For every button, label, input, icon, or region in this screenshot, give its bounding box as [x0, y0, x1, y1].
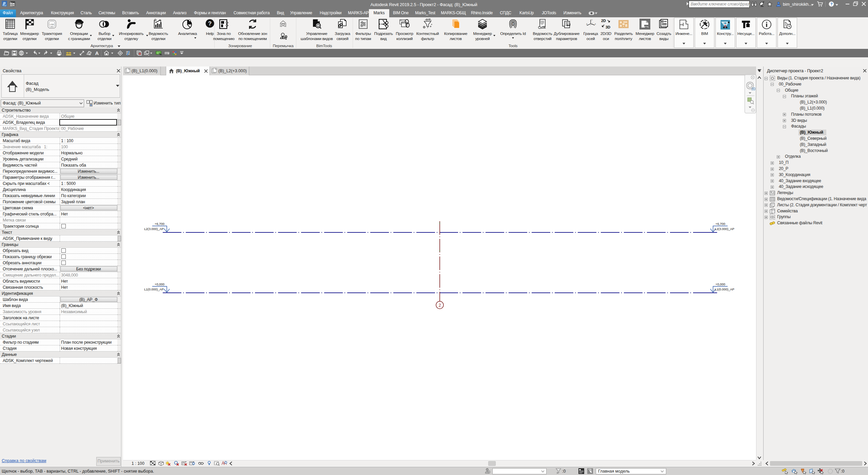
svg-text:L2(3.000)_АР: L2(3.000)_АР [715, 227, 734, 231]
svg-text:A: A [95, 50, 99, 56]
svg-text:2D: 2D [601, 19, 606, 23]
svg-text:Z: Z [586, 23, 587, 25]
svg-text:2D: 2D [751, 87, 755, 91]
svg-text:L1(0.000)_АР: L1(0.000)_АР [715, 287, 734, 291]
svg-text:?: ? [830, 2, 833, 6]
svg-text:X: X [595, 23, 596, 25]
svg-text:LINE: LINE [50, 23, 54, 25]
svg-text:L2(3.000)_АР: L2(3.000)_АР [144, 227, 164, 231]
svg-text:+0,000: +0,000 [155, 282, 164, 286]
svg-text:ID: ID [512, 23, 514, 25]
svg-text:L1(0.000)_АР: L1(0.000)_АР [144, 287, 164, 291]
svg-text:2: 2 [439, 303, 441, 308]
svg-text:+6,700: +6,700 [715, 222, 725, 226]
svg-text:?: ? [208, 20, 212, 27]
svg-text:Y: Y [591, 19, 593, 21]
svg-text:1: 1 [89, 52, 90, 54]
svg-text:i: i [155, 19, 155, 21]
svg-text:3D: 3D [606, 25, 610, 29]
svg-text:+6,700: +6,700 [155, 222, 164, 226]
svg-text:+0,000: +0,000 [715, 282, 725, 286]
